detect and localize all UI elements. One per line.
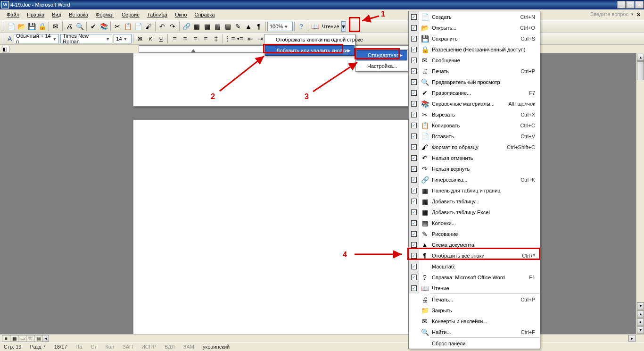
- menu-table[interactable]: Таблица: [143, 10, 171, 19]
- customize-item[interactable]: Настройка...: [356, 61, 408, 71]
- command-checkbox[interactable]: ✓: [409, 22, 419, 33]
- research-button[interactable]: 📚: [99, 21, 109, 32]
- command-checkbox[interactable]: ✓: [409, 87, 419, 98]
- scroll-thumb[interactable]: [637, 61, 644, 80]
- insert-table-button[interactable]: ▦: [202, 21, 212, 32]
- command-item-22[interactable]: ✓¶Отобразить все знакиCtrl+*: [409, 250, 540, 261]
- menu-edit[interactable]: Правка: [23, 10, 48, 19]
- docmap-button[interactable]: ▲: [243, 21, 254, 32]
- command-checkbox[interactable]: ✓: [409, 120, 419, 131]
- menu-help[interactable]: Справка: [190, 10, 218, 19]
- open-button[interactable]: 📂: [16, 21, 26, 32]
- toolbar-options-button[interactable]: ▾: [341, 21, 346, 32]
- help-search[interactable]: Введите вопрос: [560, 10, 631, 18]
- next-page-button[interactable]: ▾: [637, 326, 644, 334]
- indent-dec-button[interactable]: ⇤: [245, 33, 256, 44]
- command-item-6[interactable]: ✓🔍Предварительный просмотр: [409, 76, 540, 87]
- align-left-button[interactable]: ≡: [169, 33, 180, 44]
- normal-view-button[interactable]: ≡: [2, 335, 10, 342]
- command-checkbox[interactable]: ✓: [409, 283, 419, 293]
- command-item-7[interactable]: ✓✔Правописание...F7: [409, 87, 540, 98]
- command-checkbox[interactable]: ✓: [409, 239, 419, 250]
- columns-button[interactable]: ▤: [223, 21, 233, 32]
- toolbar-handle-2[interactable]: [3, 34, 4, 43]
- command-item-16[interactable]: ✓▦Панель для таблиц и границ: [409, 185, 540, 196]
- extra-item-3[interactable]: 🔍Найти...Ctrl+F: [409, 326, 540, 337]
- command-item-12[interactable]: ✓🖌Формат по образцуCtrl+Shift+C: [409, 142, 540, 152]
- command-item-15[interactable]: ✓🔗Гиперссылка...Ctrl+K: [409, 174, 540, 185]
- menu-format[interactable]: Формат: [92, 10, 118, 19]
- print-button[interactable]: 🖨: [64, 21, 74, 32]
- menu-tools[interactable]: Сервис: [118, 10, 143, 19]
- bold-button[interactable]: Ж: [135, 33, 145, 44]
- reset-panel-item[interactable]: Сброс панели: [409, 338, 540, 349]
- paste-button[interactable]: 📄: [133, 21, 143, 32]
- web-view-button[interactable]: ▦: [10, 335, 18, 342]
- menu-window[interactable]: Окно: [171, 10, 191, 19]
- command-checkbox[interactable]: ✓: [409, 250, 419, 261]
- justify-button[interactable]: ≡: [200, 33, 211, 44]
- command-checkbox[interactable]: ✓: [409, 55, 419, 66]
- command-checkbox[interactable]: ✓: [409, 207, 419, 217]
- copy-button[interactable]: 📋: [123, 21, 133, 32]
- minimize-button[interactable]: _: [617, 1, 626, 8]
- command-item-11[interactable]: ✓📄ВставитьCtrl+V: [409, 131, 540, 142]
- command-checkbox[interactable]: ✓: [409, 131, 419, 142]
- scroll-down-button[interactable]: ▾: [637, 302, 644, 309]
- horizontal-scrollbar[interactable]: ≡ ▦ ▭ ≣ ▤ ◂ ▸: [0, 334, 644, 342]
- menu-view[interactable]: Вид: [48, 10, 65, 19]
- prev-page-button[interactable]: ▴: [637, 310, 644, 318]
- permission-button[interactable]: 🔒: [37, 21, 47, 32]
- paragraph-button[interactable]: ¶: [254, 21, 264, 32]
- command-item-24[interactable]: ✓?Справка: Microsoft Office WordF1: [409, 272, 540, 283]
- align-center-button[interactable]: ≡: [180, 33, 190, 44]
- tables-button[interactable]: ▦: [191, 21, 202, 32]
- command-item-3[interactable]: ✓🔒Разрешение (Неограниченный доступ): [409, 44, 540, 55]
- command-checkbox[interactable]: ✓: [409, 272, 419, 283]
- command-checkbox[interactable]: ✓: [409, 98, 419, 109]
- command-checkbox[interactable]: ✓: [409, 76, 419, 87]
- menu-file[interactable]: Файл: [3, 10, 23, 19]
- browse-object-button[interactable]: ●: [637, 318, 644, 326]
- reading-view-button[interactable]: ▤: [34, 335, 42, 342]
- excel-button[interactable]: ▦: [212, 21, 223, 32]
- hscroll-left-button[interactable]: ◂: [42, 335, 49, 342]
- command-item-1[interactable]: ✓📂Открыть...Ctrl+O: [409, 22, 540, 33]
- command-checkbox[interactable]: ✓: [409, 66, 419, 76]
- line-spacing-button[interactable]: ‡: [211, 33, 221, 44]
- print-view-button[interactable]: ▭: [18, 335, 26, 342]
- help-button[interactable]: ?: [296, 21, 306, 32]
- bullets-button[interactable]: •≡: [235, 33, 245, 44]
- spell-button[interactable]: ✔: [88, 21, 99, 32]
- command-item-25[interactable]: ✓📖Чтение: [409, 283, 540, 293]
- command-checkbox[interactable]: ✓: [409, 217, 419, 228]
- format-painter-button[interactable]: 🖌: [143, 21, 154, 32]
- size-combo[interactable]: 14▾: [114, 34, 132, 43]
- page-2[interactable]: [133, 119, 409, 334]
- reading-icon[interactable]: 📖: [310, 21, 320, 32]
- command-item-19[interactable]: ✓▤Колонки...: [409, 217, 540, 228]
- ruler-corner[interactable]: ◧: [2, 46, 9, 52]
- command-item-10[interactable]: ✓📋КопироватьCtrl+C: [409, 120, 540, 131]
- command-checkbox[interactable]: ✓: [409, 152, 419, 163]
- cut-button[interactable]: ✂: [112, 21, 123, 32]
- align-right-button[interactable]: ≡: [190, 33, 200, 44]
- command-checkbox[interactable]: ✓: [409, 185, 419, 196]
- numbering-button[interactable]: ⋮≡: [224, 33, 235, 44]
- doc-close-button[interactable]: ✕: [635, 11, 642, 18]
- search-dropdown-icon[interactable]: ▾: [631, 12, 634, 17]
- command-item-2[interactable]: ✓💾СохранитьCtrl+S: [409, 33, 540, 44]
- command-item-13[interactable]: ✓↶Нельзя отменить: [409, 152, 540, 163]
- close-button[interactable]: ✕: [635, 1, 644, 8]
- italic-button[interactable]: К: [145, 33, 156, 44]
- styles-icon[interactable]: A: [8, 35, 12, 42]
- command-checkbox[interactable]: ✓: [409, 44, 419, 55]
- command-item-18[interactable]: ✓▦Добавить таблицу Excel: [409, 207, 540, 217]
- command-item-5[interactable]: ✓🖨ПечатьCtrl+P: [409, 66, 540, 76]
- hscroll-right-button[interactable]: ▸: [628, 335, 636, 342]
- command-checkbox[interactable]: ✓: [409, 109, 419, 120]
- scroll-up-button[interactable]: ▴: [637, 54, 644, 61]
- outline-view-button[interactable]: ≣: [26, 335, 34, 342]
- restore-button[interactable]: ❐: [626, 1, 635, 8]
- command-item-21[interactable]: ✓▲Схема документа: [409, 239, 540, 250]
